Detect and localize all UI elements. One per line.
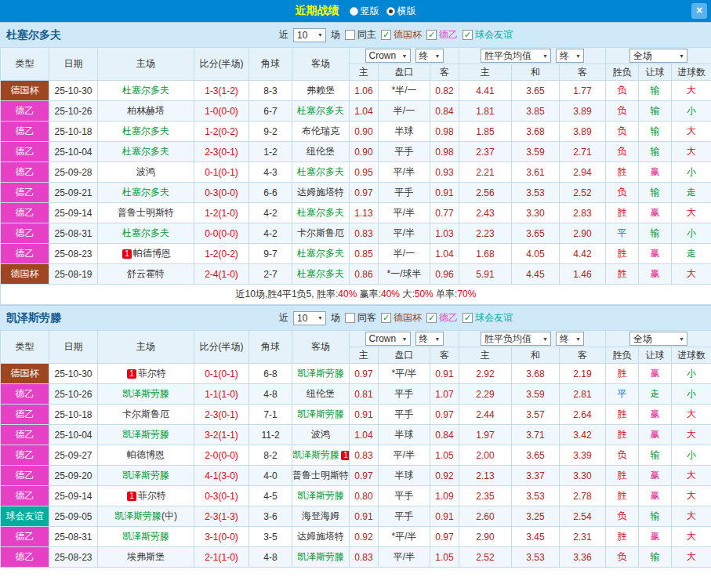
odds-away-cell: 0.98: [430, 142, 459, 162]
summary-segment: 近10场,胜4平1负5,: [236, 289, 317, 299]
score-cell: 0-1(0-1): [194, 364, 249, 384]
handicap-result-cell: 输: [639, 122, 672, 142]
team-section-header: 杜塞尔多夫近10▼场同主✓德国杯✓德乙✓球会友谊: [0, 22, 711, 47]
competition-type-cell: 德乙: [1, 547, 49, 568]
match-row: 德乙25-09-21杜塞尔多夫0-3(0-0)6-6达姆施塔特0.97平手0.9…: [1, 183, 711, 203]
avg-away-cell: 3.89: [560, 122, 606, 142]
date-cell: 25-09-14: [49, 203, 98, 223]
goals-result-cell: 大: [672, 527, 711, 547]
result-cell: 胜: [606, 162, 639, 183]
same-venue-checkbox[interactable]: [345, 30, 355, 40]
avg-away-cell: 2.31: [560, 527, 606, 547]
avg-home-cell: 2.43: [459, 203, 512, 223]
league-checkbox-b2[interactable]: ✓: [426, 313, 437, 323]
league-filter-label: 德乙: [439, 28, 458, 42]
team-label: 海登海姆: [302, 510, 339, 521]
avg-home-cell: 2.60: [459, 506, 512, 527]
league-filter-friendly[interactable]: ✓球会友谊: [463, 311, 513, 325]
team-label: 凯泽斯劳滕: [297, 408, 344, 419]
league-filter-cup[interactable]: ✓德国杯: [381, 28, 422, 42]
same-venue-filter[interactable]: 同客: [345, 311, 376, 325]
avg-select[interactable]: 胜平负均值▼: [481, 332, 551, 346]
goals-result-cell: 小: [672, 364, 711, 384]
filter-controls: 近10▼场同主✓德国杯✓德乙✓球会友谊: [279, 28, 513, 42]
odds-away-cell: 0.98: [430, 122, 459, 142]
subcol-avg-home: 主: [459, 64, 512, 81]
league-checkbox-friendly[interactable]: ✓: [463, 313, 473, 323]
subcol-avg-away: 客: [560, 347, 606, 364]
result-cell: 负: [606, 142, 639, 162]
team-label: 菲尔特: [138, 368, 166, 379]
date-cell: 25-09-28: [49, 162, 98, 183]
away-team-cell: 杜塞尔多夫: [292, 244, 350, 264]
odds-away-cell: 0.91: [430, 364, 459, 384]
team-label: 凯泽斯劳滕: [297, 368, 344, 379]
result-cell: 平: [606, 384, 639, 405]
chevron-down-icon: ▼: [542, 336, 548, 342]
league-checkbox-b2[interactable]: ✓: [426, 30, 437, 40]
league-checkbox-friendly[interactable]: ✓: [463, 30, 473, 40]
match-row: 德乙25-09-14普鲁士明斯特1-2(1-0)4-2杜塞尔多夫1.13平/半0…: [1, 203, 711, 223]
scope-select[interactable]: 全场▼: [629, 332, 687, 346]
bookmaker-select[interactable]: Crown▼: [365, 332, 411, 346]
away-team-cell: 弗赖堡: [292, 81, 350, 101]
league-filter-b2[interactable]: ✓德乙: [426, 28, 458, 42]
home-team-cell: 波鸿: [98, 162, 194, 183]
corner-cell: 11-2: [249, 425, 292, 445]
summary-segment: 70%: [457, 289, 476, 299]
same-venue-filter[interactable]: 同主: [345, 28, 376, 42]
avg-home-cell: 2.56: [459, 183, 512, 203]
card-badge: 1: [122, 249, 132, 259]
goals-result-cell: 大: [672, 264, 711, 285]
chevron-down-icon: ▼: [402, 53, 408, 59]
odds-final-select[interactable]: 终▼: [415, 332, 444, 346]
home-team-cell: 埃弗斯堡: [98, 547, 194, 568]
league-filter-cup[interactable]: ✓德国杯: [381, 311, 422, 325]
odds-home-cell: 1.04: [350, 425, 379, 445]
league-checkbox-cup[interactable]: ✓: [381, 30, 391, 40]
odds-home-cell: 0.97: [350, 183, 379, 203]
home-team-cell: 1菲尔特: [98, 486, 194, 506]
close-button[interactable]: ×: [691, 3, 707, 19]
radio-unselected-icon: [350, 7, 358, 16]
match-row: 德乙25-09-28波鸿0-1(0-1)4-3杜塞尔多夫0.95平/半0.932…: [1, 162, 711, 183]
scope-select[interactable]: 全场▼: [629, 49, 687, 63]
league-filter-label: 德国杯: [394, 28, 422, 42]
corner-cell: 9-7: [249, 244, 292, 264]
match-count-select[interactable]: 10▼: [293, 311, 326, 325]
handicap-cell: 平/半: [379, 162, 430, 183]
avg-select[interactable]: 胜平负均值▼: [481, 49, 551, 63]
league-checkbox-cup[interactable]: ✓: [381, 313, 391, 323]
league-filter-friendly[interactable]: ✓球会友谊: [463, 28, 513, 42]
bookmaker-select[interactable]: Crown▼: [365, 49, 411, 63]
handicap-cell: 半球: [379, 425, 430, 445]
avg-final-select[interactable]: 终▼: [556, 49, 584, 63]
chevron-down-icon: ▼: [435, 336, 441, 342]
avg-home-cell: 2.90: [459, 527, 512, 547]
goals-result-cell: 小: [672, 101, 711, 122]
goals-result-cell: 小: [672, 223, 711, 244]
match-count-select[interactable]: 10▼: [293, 28, 326, 42]
handicap-cell: 平手: [379, 183, 430, 203]
league-filter-b2[interactable]: ✓德乙: [426, 311, 458, 325]
avg-final-select[interactable]: 终▼: [556, 332, 584, 346]
avg-home-cell: 2.92: [459, 364, 512, 384]
corner-cell: 3-6: [249, 506, 292, 527]
avg-home-cell: 1.68: [459, 244, 512, 264]
avg-draw-cell: 3.65: [512, 223, 560, 244]
odds-final-select-value: 终: [419, 49, 429, 63]
handicap-cell: 平手: [379, 486, 430, 506]
same-venue-checkbox[interactable]: [345, 313, 355, 323]
chevron-down-icon: ▼: [679, 336, 684, 342]
score-cell: 1-3(1-2): [194, 81, 249, 101]
radio-horizontal-layout[interactable]: 横版: [386, 5, 416, 18]
odds-home-cell: 0.86: [350, 264, 379, 285]
odds-away-cell: 0.96: [430, 264, 459, 285]
radio-vertical-layout[interactable]: 竖版: [350, 5, 379, 18]
odds-final-select[interactable]: 终▼: [415, 49, 444, 63]
home-team-cell: 杜塞尔多夫: [98, 142, 194, 162]
result-cell: 胜: [606, 405, 639, 425]
score-cell: 3-1(0-0): [194, 527, 249, 547]
score-cell: 0-3(0-0): [194, 183, 249, 203]
corner-cell: 4-8: [249, 547, 292, 568]
